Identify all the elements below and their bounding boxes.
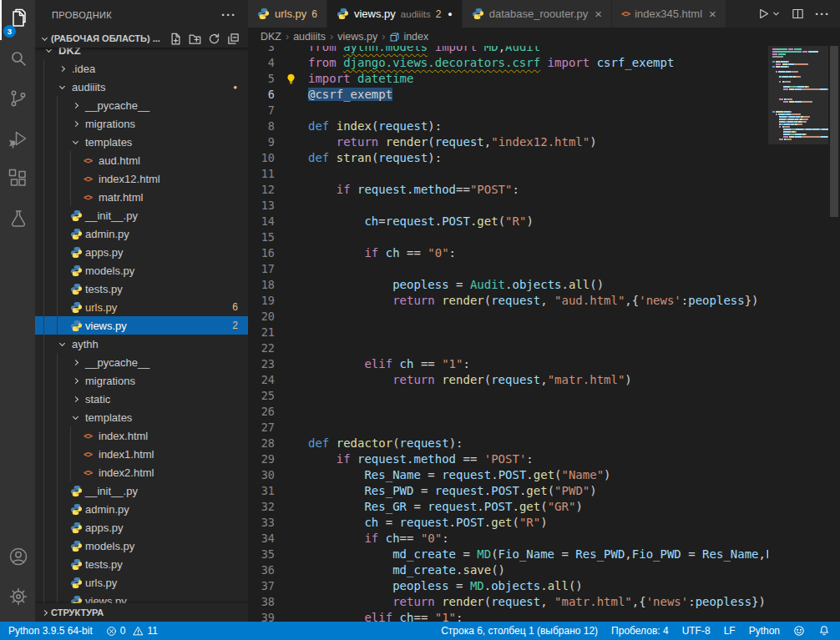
tree-item-templates[interactable]: templates (35, 408, 248, 426)
tree-item-views.py[interactable]: views.py (35, 592, 248, 603)
tree-item-__pycache__[interactable]: __pycache__ (35, 96, 248, 114)
breadcrumb-item-audiiits[interactable]: audiiits (293, 31, 326, 43)
code-line-25[interactable]: 25 (248, 388, 840, 404)
code-line-38[interactable]: 38 return render(request, "matr.html",{'… (248, 594, 840, 610)
tree-item-index12.html[interactable]: <>index12.html (35, 169, 248, 188)
tree-item-models.py[interactable]: models.py (35, 537, 248, 555)
tree-item-tests.py[interactable]: tests.py (35, 555, 248, 573)
breadcrumb-item-views.py[interactable]: views.py (337, 31, 377, 43)
tree-item-urls.py[interactable]: urls.py6 (35, 298, 248, 316)
status-encoding[interactable]: UTF-8 (676, 622, 717, 640)
code-line-34[interactable]: 34 if ch== "0": (248, 531, 840, 547)
code-line-20[interactable]: 20 (248, 309, 840, 325)
code-line-8[interactable]: 8def index(request): (248, 118, 840, 134)
close-icon[interactable]: × (595, 8, 602, 20)
tree-item-apps.py[interactable]: apps.py (35, 243, 248, 261)
code-line-36[interactable]: 36 md_create.save() (248, 562, 840, 578)
status-notifications[interactable] (812, 622, 837, 640)
activity-item-testing[interactable] (0, 200, 35, 240)
new-file-icon[interactable] (170, 33, 182, 45)
code-line-35[interactable]: 35 md_create = MD(Fio_Name = Res_PWD,Fio… (248, 547, 840, 562)
collapse-all-icon[interactable] (227, 33, 240, 45)
tree-item-matr.html[interactable]: <>matr.html (35, 188, 248, 206)
tree-item-__init__.py[interactable]: __init__.py (35, 481, 248, 500)
code-line-26[interactable]: 26 (248, 404, 840, 420)
tree-item-static[interactable]: static (35, 390, 248, 408)
code-lines[interactable]: 3from aythh.models import MD,Audit4from … (248, 46, 840, 622)
scrollbar-thumb[interactable] (830, 46, 838, 217)
tree-item-apps.py[interactable]: apps.py (35, 518, 248, 537)
code-line-33[interactable]: 33 ch = request.POST.get("R") (248, 515, 840, 531)
workspace-section-header[interactable]: (РАБОЧАЯ ОБЛАСТЬ) ... (35, 29, 248, 48)
status-language-mode[interactable]: Python (742, 622, 787, 640)
tree-item-migrations[interactable]: migrations (35, 114, 248, 133)
code-line-7[interactable]: 7 (248, 103, 840, 118)
activity-item-source-control[interactable] (0, 80, 35, 120)
code-line-30[interactable]: 30 Res_Name = request.POST.get("Name") (248, 467, 840, 483)
new-folder-icon[interactable] (189, 33, 201, 45)
explorer-more-actions-icon[interactable]: ··· (221, 8, 236, 22)
activity-item-explorer[interactable]: 3 (0, 0, 35, 40)
tree-item-.idea[interactable]: .idea (35, 59, 248, 78)
tree-item-index2.html[interactable]: <>index2.html (35, 463, 248, 481)
tree-item-aud.html[interactable]: <>aud.html (35, 151, 248, 169)
run-python-file-button[interactable] (757, 8, 781, 20)
tree-item-admin.py[interactable]: admin.py (35, 500, 248, 518)
code-line-28[interactable]: 28def redactor(request): (248, 436, 840, 451)
tree-item-__pycache__[interactable]: __pycache__ (35, 353, 248, 371)
tab-urls.py[interactable]: urls.py6 (248, 0, 327, 28)
code-editor[interactable]: 3from aythh.models import MD,Audit4from … (248, 46, 840, 622)
outline-section-header[interactable]: СТРУКТУРА (35, 603, 248, 622)
status-indentation[interactable]: Пробелов: 4 (605, 622, 676, 640)
split-editor-icon[interactable] (792, 8, 804, 20)
refresh-icon[interactable] (208, 33, 220, 45)
activity-item-account[interactable] (0, 538, 35, 578)
activity-item-extensions[interactable] (0, 160, 35, 200)
code-line-3[interactable]: 3from aythh.models import MD,Audit (248, 46, 840, 55)
code-line-9[interactable]: 9 return render(request,"index12.html") (248, 134, 840, 150)
tree-item-index.html[interactable]: <>index.html (35, 426, 248, 445)
status-python-interpreter[interactable]: Python 3.9.5 64-bit (0, 622, 99, 640)
tree-item-admin.py[interactable]: admin.py (35, 224, 248, 243)
code-line-13[interactable]: 13 (248, 198, 840, 214)
code-line-31[interactable]: 31 Res_PWD = request.POST.get("PWD") (248, 483, 840, 499)
code-line-27[interactable]: 27 (248, 420, 840, 436)
more-actions-icon[interactable]: ··· (815, 7, 830, 21)
code-line-23[interactable]: 23 elif ch == "1": (248, 356, 840, 372)
file-tree[interactable]: DKZ.ideaaudiiits●__pycache__migrationste… (35, 48, 248, 603)
code-line-11[interactable]: 11 (248, 166, 840, 182)
status-feedback[interactable] (787, 622, 812, 640)
tab-database_roouter.py[interactable]: database_roouter.py× (463, 0, 612, 28)
tree-item-aythh[interactable]: aythh (35, 335, 248, 353)
status-problems[interactable]: 011 (99, 622, 164, 640)
code-line-15[interactable]: 15 (248, 229, 840, 245)
tree-item-models.py[interactable]: models.py (35, 261, 248, 280)
tree-item-views.py[interactable]: views.py2 (35, 316, 248, 335)
code-line-16[interactable]: 16 if ch == "0": (248, 245, 840, 261)
tree-item-DKZ[interactable]: DKZ (35, 48, 248, 59)
activity-item-run-debug[interactable] (0, 120, 35, 160)
status-cursor-position[interactable]: Строка 6, столбец 1 (выбрано 12) (433, 622, 605, 640)
code-line-12[interactable]: 12 if request.method=="POST": (248, 182, 840, 198)
tree-item-urls.py[interactable]: urls.py (35, 573, 248, 592)
code-line-19[interactable]: 19 return render(request, "aud.html",{'n… (248, 293, 840, 309)
tab-index345.html[interactable]: <>index345.html× (612, 0, 726, 28)
tree-item-__init__.py[interactable]: __init__.py (35, 206, 248, 224)
code-line-17[interactable]: 17 (248, 261, 840, 277)
activity-item-search[interactable] (0, 40, 35, 80)
close-icon[interactable]: × (709, 8, 716, 20)
tree-item-tests.py[interactable]: tests.py (35, 280, 248, 298)
code-line-39[interactable]: 39 elif ch== "1": (248, 610, 840, 622)
tree-item-audiiits[interactable]: audiiits● (35, 78, 248, 96)
minimap[interactable] (768, 46, 828, 622)
code-line-4[interactable]: 4from django.views.decorators.csrf impor… (248, 55, 840, 71)
code-line-22[interactable]: 22 (248, 340, 840, 356)
code-line-5[interactable]: 5import datetime (248, 71, 840, 87)
editor-scrollbar[interactable] (828, 46, 840, 622)
tree-item-index1.html[interactable]: <>index1.html (35, 445, 248, 463)
tab-views.py[interactable]: views.pyaudiiits2● (327, 0, 463, 28)
code-line-37[interactable]: 37 peopless = MD.objects.all() (248, 578, 840, 594)
breadcrumb-item-index[interactable]: index (389, 31, 428, 43)
activity-item-settings[interactable] (0, 578, 35, 618)
code-line-14[interactable]: 14 ch=request.POST.get("R") (248, 214, 840, 229)
